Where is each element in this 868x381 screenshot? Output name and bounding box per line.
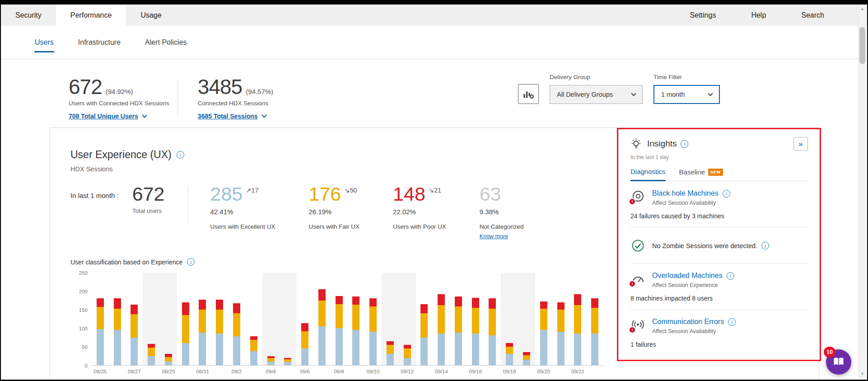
bar-segment-users-with-fair-ux: [165, 357, 172, 362]
stacked-bar[interactable]: [489, 298, 496, 365]
stacked-bar[interactable]: [250, 336, 257, 365]
info-icon[interactable]: i: [187, 258, 195, 266]
insight-title[interactable]: Communication Errors: [652, 318, 724, 326]
bar-segment-users-with-poor-ux: [318, 289, 326, 301]
bar-segment-users-with-poor-ux: [420, 304, 428, 314]
chart-bar-slot: [126, 273, 143, 365]
bar-segment-users-with-fair-ux: [523, 355, 530, 360]
insights-tab-diagnostics[interactable]: Diagnostics: [630, 168, 666, 181]
stacked-bar[interactable]: [336, 296, 343, 365]
info-icon[interactable]: i: [728, 318, 736, 326]
bar-segment-users-with-fair-ux: [591, 308, 598, 334]
stacked-bar[interactable]: [420, 304, 428, 365]
x-axis-label: [416, 369, 433, 374]
insights-tab-baseline[interactable]: BaselineNEW: [679, 168, 723, 181]
top-nav-tabs: SecurityPerformanceUsage: [1, 5, 176, 26]
ux-subtitle: HDX Sessions: [70, 165, 603, 173]
stacked-bar[interactable]: [97, 298, 104, 365]
scrollbar-track[interactable]: ▲ ▼: [858, 5, 866, 378]
connected-users-caption: Users with Connected HDX Sessions: [69, 100, 169, 107]
stacked-bar[interactable]: [574, 294, 581, 365]
y-axis-label: 0: [85, 363, 88, 368]
info-icon[interactable]: i: [727, 272, 734, 280]
black-hole-machines-icon: !: [630, 189, 645, 204]
top-nav-search[interactable]: Search: [801, 11, 824, 19]
insights-tab-label: Diagnostics: [630, 168, 666, 175]
top-tab-performance[interactable]: Performance: [56, 5, 126, 26]
stacked-bar[interactable]: [455, 296, 462, 365]
x-axis-label: [382, 369, 399, 374]
insight-item-black-hole-machines: !Black hole MachinesiAffect Session Avai…: [630, 181, 808, 227]
scroll-down-arrow[interactable]: ▼: [859, 370, 866, 378]
stacked-bar[interactable]: [284, 358, 291, 365]
stacked-bar[interactable]: [438, 294, 445, 365]
stacked-bar[interactable]: [318, 289, 326, 365]
chart-bar-slot: [296, 273, 313, 365]
sub-tab-infrastructure[interactable]: Infrastructure: [78, 37, 121, 48]
x-axis-label: [552, 369, 569, 374]
x-axis-label: 09/22: [569, 369, 586, 374]
collapse-panel-button[interactable]: »: [793, 137, 808, 151]
ux-title: User Experience (UX): [70, 149, 172, 161]
top-tab-usage[interactable]: Usage: [126, 5, 176, 26]
scrollbar-thumb[interactable]: [859, 27, 865, 64]
stacked-bar[interactable]: [267, 356, 275, 365]
stacked-bar[interactable]: [506, 343, 513, 365]
bar-segment-users-with-poor-ux: [506, 343, 513, 347]
know-more-link[interactable]: Know more: [480, 233, 508, 240]
x-axis-label: 08/27: [126, 369, 143, 374]
top-nav-settings[interactable]: Settings: [690, 11, 716, 19]
bar-segment-users-with-poor-ux: [182, 302, 189, 315]
lightbulb-icon: [630, 138, 642, 150]
bar-segment-users-with-poor-ux: [574, 294, 581, 306]
bar-segment-users-with-poor-ux: [148, 344, 155, 348]
insight-title[interactable]: Black hole Machines: [652, 189, 719, 198]
stat-percent: 42.41%: [210, 208, 275, 216]
stacked-bar[interactable]: [131, 305, 138, 365]
stacked-bar[interactable]: [216, 300, 223, 365]
info-icon[interactable]: i: [177, 151, 184, 159]
ux-stats-row: In last 1 month : 672 Total users 285↗17…: [70, 184, 603, 240]
chevron-down-icon: [261, 113, 266, 118]
export-report-button[interactable]: [518, 84, 539, 104]
bar-segment-users-with-excellent-ux: [523, 360, 530, 365]
stacked-bar[interactable]: [557, 302, 565, 365]
feedback-fab-button[interactable]: 10: [826, 349, 851, 375]
stacked-bar[interactable]: [199, 300, 206, 365]
total-unique-users-link[interactable]: 708 Total Unique Users: [69, 113, 146, 120]
top-nav-help[interactable]: Help: [751, 11, 766, 19]
stacked-bar[interactable]: [472, 298, 479, 365]
stacked-bar[interactable]: [352, 296, 359, 365]
sub-tab-users[interactable]: Users: [34, 37, 54, 48]
stacked-bar[interactable]: [233, 303, 240, 365]
time-filter-dropdown[interactable]: 1 month: [653, 85, 720, 104]
ux-section: User Experience (UX) i HDX Sessions In l…: [70, 128, 603, 381]
stacked-bar[interactable]: [148, 344, 155, 365]
stacked-bar[interactable]: [369, 298, 377, 365]
x-axis-label: [109, 369, 126, 374]
total-sessions-link[interactable]: 3685 Total Sessions: [198, 113, 266, 120]
stacked-bar[interactable]: [165, 354, 172, 365]
info-icon[interactable]: i: [681, 140, 688, 148]
stacked-bar[interactable]: [114, 298, 121, 365]
stacked-bar[interactable]: [523, 352, 530, 365]
sessions-summary: 3485 (94.57%) Connected HDX Sessions 368…: [198, 76, 273, 120]
insight-title[interactable]: Overloaded Machines: [652, 272, 723, 280]
stacked-bar[interactable]: [182, 302, 189, 365]
x-axis-label: [484, 369, 501, 374]
stacked-bar[interactable]: [301, 323, 308, 365]
top-tab-security[interactable]: Security: [1, 5, 56, 26]
scroll-up-arrow[interactable]: ▲: [859, 5, 866, 13]
delivery-group-dropdown[interactable]: All Delivery Groups: [550, 85, 643, 104]
stacked-bar[interactable]: [404, 345, 411, 365]
info-icon[interactable]: i: [723, 190, 730, 198]
chart-bar-slot: [347, 273, 364, 365]
chart-bar-slot: [484, 273, 501, 365]
sub-tab-alert-policies[interactable]: Alert Policies: [145, 37, 187, 48]
stacked-bar[interactable]: [387, 341, 394, 365]
top-nav: SecurityPerformanceUsage SettingsHelpSea…: [1, 5, 867, 26]
bar-segment-users-with-poor-ux: [557, 302, 565, 310]
stacked-bar[interactable]: [540, 301, 547, 365]
stacked-bar[interactable]: [591, 298, 598, 365]
info-icon[interactable]: i: [761, 242, 769, 249]
